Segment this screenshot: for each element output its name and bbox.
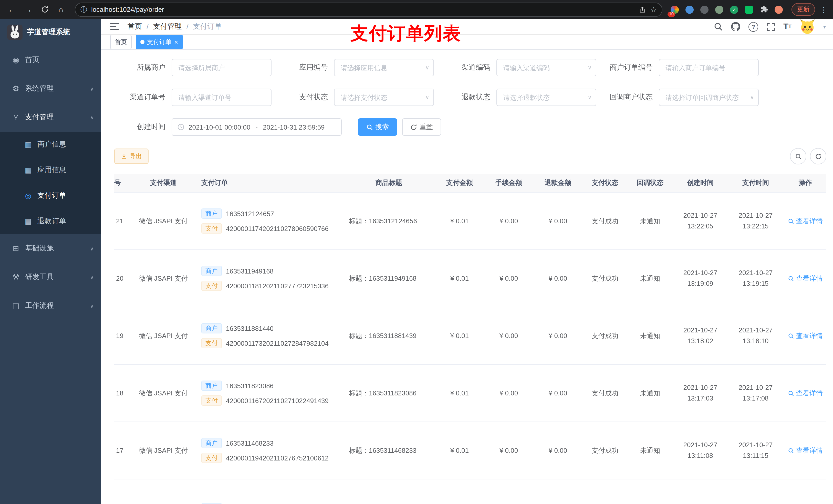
filter-merchant-order-no: 商户订单编号 <box>601 59 759 76</box>
cell-refund: ¥ 0.00 <box>533 307 582 364</box>
view-detail-link[interactable]: 查看详情 <box>783 307 826 364</box>
cell-fee: ¥ 0.00 <box>484 250 533 307</box>
cell-title: 标题：1635311881439 <box>343 307 435 364</box>
forward-icon[interactable]: → <box>22 3 35 16</box>
cell-channel: 微信 JSAPI 支付 <box>130 250 196 307</box>
merchant-tag: 商户 <box>201 266 222 276</box>
user-avatar[interactable] <box>800 19 815 34</box>
view-detail-link[interactable]: 查看详情 <box>783 250 826 307</box>
chevron-down-icon: ∨ <box>90 274 94 280</box>
help-icon[interactable]: ? <box>748 22 758 31</box>
filter-refund-status: 退款状态 ∨ <box>439 89 596 106</box>
sidebar-item-workflow[interactable]: ◫ 工作流程 ∨ <box>0 291 101 320</box>
sidebar-item-refund-orders[interactable]: ▤ 退款订单 <box>0 209 101 234</box>
show-search-button[interactable] <box>790 148 806 164</box>
address-bar[interactable]: ⓘ localhost:1024/pay/order ☆ <box>75 2 662 17</box>
chevron-down-icon: ∨ <box>90 246 94 251</box>
table-row: 21 微信 JSAPI 支付 商户 1635312124657 支付 42000… <box>114 193 826 250</box>
filters-row-3: 创建时间 2021-10-01 00:00:00 - 2021-10-31 23… <box>114 118 826 136</box>
home-icon[interactable]: ⌂ <box>54 3 68 16</box>
breadcrumb: 首页 / 支付管理 / 支付订单 <box>127 22 222 31</box>
cell-pay-time: 2021-10-2713:17:08 <box>728 365 783 422</box>
view-detail-link[interactable]: 查看详情 <box>783 365 826 422</box>
gear-icon: ⚙ <box>11 84 21 93</box>
back-icon[interactable]: ← <box>5 3 19 16</box>
cell-order: 商户 1635312124657 支付 42000011742021102780… <box>196 193 343 249</box>
pay-status-select[interactable] <box>334 89 434 106</box>
cell-refund: ¥ 0.00 <box>533 422 582 479</box>
sidebar-item-dev-tools[interactable]: ⚒ 研发工具 ∨ <box>0 263 101 291</box>
github-icon[interactable] <box>731 22 740 31</box>
pay-tag: 支付 <box>201 395 222 406</box>
extension-icon-check[interactable]: ✓ <box>729 4 739 15</box>
close-tab-icon[interactable]: × <box>174 39 178 45</box>
briefcase-icon: ◫ <box>11 301 21 310</box>
app-id-select[interactable] <box>334 59 434 76</box>
share-icon[interactable] <box>639 6 646 13</box>
cell-channel: 微信 JSAPI 支付 <box>130 365 196 422</box>
breadcrumb-home[interactable]: 首页 <box>127 22 142 31</box>
extension-icon-green[interactable] <box>714 4 724 15</box>
fullscreen-icon[interactable] <box>766 22 775 31</box>
font-size-icon[interactable]: TT <box>783 23 791 31</box>
cell-notify-status: 未通知 <box>627 365 673 422</box>
sidebar-item-system-management[interactable]: ⚙ 系统管理 ∨ <box>0 74 101 103</box>
date-start: 2021-10-01 00:00:00 <box>189 123 250 131</box>
merchant-select[interactable] <box>172 59 271 76</box>
tab-payment-orders[interactable]: 支付订单 × <box>136 35 183 49</box>
tab-home[interactable]: 首页 <box>110 35 132 49</box>
chevron-up-icon: ∧ <box>90 115 94 120</box>
app-logo: 芋道管理系统 <box>0 19 101 46</box>
channel-order-no-input[interactable] <box>172 89 271 106</box>
cell-create-time: 2021-10-2713:17:03 <box>673 365 728 422</box>
extension-icon-colorful[interactable]: 10 <box>670 4 680 15</box>
browser-menu-icon[interactable]: ⋮ <box>820 5 828 14</box>
table-row: 17 微信 JSAPI 支付 商户 1635311468233 支付 42000… <box>114 422 826 479</box>
date-range-input[interactable]: 2021-10-01 00:00:00 - 2021-10-31 23:59:5… <box>172 118 342 136</box>
table-header: 编号 支付渠道 支付订单 商品标题 支付金额 手续金额 退款金额 支付状态 回调… <box>114 174 826 193</box>
notify-status-select[interactable] <box>659 89 759 106</box>
search-icon <box>795 153 802 160</box>
search-button[interactable]: 搜索 <box>358 118 397 136</box>
sidebar-item-home[interactable]: ◉ 首页 <box>0 46 101 74</box>
extension-icon-translate[interactable] <box>699 4 710 15</box>
merchant-tag: 商户 <box>201 381 222 391</box>
search-icon[interactable] <box>714 22 723 31</box>
cell-title: 标题：1635311823086 <box>343 365 435 422</box>
extension-icon-pin[interactable] <box>685 4 695 15</box>
reload-icon[interactable] <box>38 3 51 16</box>
site-info-icon[interactable]: ⓘ <box>80 5 87 14</box>
sidebar-item-merchant-info[interactable]: ▥ 商户信息 <box>0 131 101 157</box>
extensions-puzzle-icon[interactable] <box>759 4 769 15</box>
bookmark-star-icon[interactable]: ☆ <box>650 5 657 14</box>
avatar-caret-icon[interactable]: ▾ <box>823 24 826 29</box>
grid-icon: ▦ <box>24 166 33 174</box>
cell-amount: ¥ 0.01 <box>435 365 484 422</box>
breadcrumb-payment[interactable]: 支付管理 <box>153 22 182 31</box>
download-icon <box>121 153 127 159</box>
browser-profile-avatar[interactable] <box>774 4 784 15</box>
export-button[interactable]: 导出 <box>114 148 148 164</box>
browser-update-button[interactable]: 更新 <box>791 3 815 16</box>
reset-button[interactable]: 重置 <box>402 118 441 136</box>
channel-code-select[interactable] <box>496 59 596 76</box>
merchant-tag: 商户 <box>201 323 222 333</box>
sidebar-item-app-info[interactable]: ▦ 应用信息 <box>0 157 101 183</box>
extension-icon-chat[interactable] <box>744 4 754 15</box>
cell-channel: 微信 JSAPI 支付 <box>130 193 196 249</box>
search-icon <box>788 390 794 396</box>
sidebar: 芋道管理系统 ◉ 首页 ⚙ 系统管理 ∨ ¥ 支付管理 ∧ ▥ 商户信息 <box>0 19 101 504</box>
sidebar-item-payment-management[interactable]: ¥ 支付管理 ∧ <box>0 103 101 131</box>
collapse-menu-icon[interactable] <box>110 23 119 31</box>
cell-channel: 微信 JSAPI 支付 <box>130 307 196 364</box>
view-detail-link[interactable]: 查看详情 <box>783 422 826 479</box>
cell-refund: ¥ 0.00 <box>533 250 582 307</box>
view-detail-link[interactable]: 查看详情 <box>783 193 826 249</box>
refund-status-select[interactable] <box>496 89 596 106</box>
refresh-table-button[interactable] <box>810 148 826 164</box>
sidebar-item-payment-orders[interactable]: ◎ 支付订单 <box>0 183 101 209</box>
merchant-order-no-input[interactable] <box>659 59 759 76</box>
cell-fee: ¥ 0.00 <box>484 193 533 249</box>
filters-row-1: 所属商户 应用编号 ∨ 渠道编码 ∨ 商户订单编号 <box>114 59 826 76</box>
sidebar-item-infrastructure[interactable]: ⊞ 基础设施 ∨ <box>0 234 101 263</box>
